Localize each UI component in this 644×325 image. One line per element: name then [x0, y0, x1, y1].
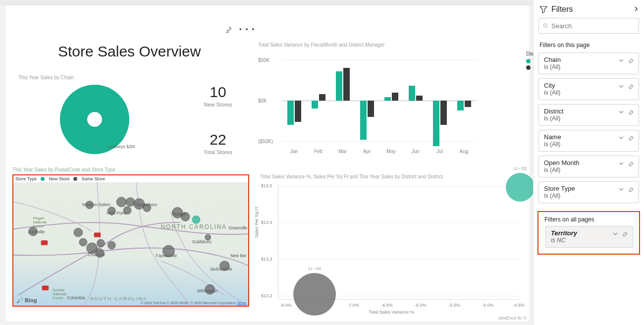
- map-svg: NORTH CAROLINA SOUTH CAROLINA PisgahNati…: [13, 182, 248, 305]
- bar[interactable]: [416, 96, 423, 101]
- map-title: This Year Sales by PostalCode and Store …: [12, 167, 115, 172]
- bar[interactable]: [384, 97, 391, 101]
- svg-rect-1: [94, 232, 101, 237]
- bar[interactable]: [312, 101, 318, 108]
- scatter-bubble-label: LI - 04: [308, 266, 321, 271]
- svg-point-24: [126, 198, 135, 207]
- svg-text:Columbia: Columbia: [67, 295, 85, 300]
- bar-x-label: Mar: [333, 149, 353, 154]
- filter-card-district[interactable]: Districtis (All): [538, 104, 639, 126]
- filter-card-name[interactable]: Nameis (All): [538, 130, 639, 152]
- bar-group[interactable]: Aug: [457, 55, 471, 145]
- bar[interactable]: [360, 101, 367, 140]
- kpi-total-stores[interactable]: 22 Total Stores: [196, 131, 240, 155]
- bar-group[interactable]: Feb: [312, 55, 325, 145]
- bar[interactable]: [287, 101, 294, 125]
- eraser-icon[interactable]: [628, 57, 635, 64]
- scatter-title: Total Sales Variance %, Sales Per Sq Ft …: [260, 174, 443, 179]
- filters-header: Filters: [534, 0, 644, 18]
- chevron-down-icon[interactable]: [618, 160, 625, 167]
- filter-card-territory[interactable]: Territory is NC: [545, 226, 633, 248]
- filter-card-city[interactable]: Cityis (All): [538, 78, 639, 100]
- filter-name: Chain: [544, 56, 618, 63]
- more-options-icon[interactable]: • • •: [239, 25, 255, 33]
- bar[interactable]: [440, 101, 447, 125]
- svg-text:New Ber: New Ber: [230, 253, 246, 258]
- svg-point-37: [192, 216, 200, 223]
- bar[interactable]: [368, 101, 374, 117]
- svg-point-32: [107, 241, 115, 249]
- filters-section-all: Filters on all pages: [544, 216, 634, 223]
- chevron-down-icon[interactable]: [618, 83, 625, 90]
- map-visual[interactable]: Store Type New Store Same Store NORTH CA…: [12, 174, 249, 307]
- scatter-bubble[interactable]: LI - 03: [506, 173, 535, 202]
- scatter-chart[interactable]: Sales Per Sq Ft Total Sales Variance % $…: [260, 182, 523, 314]
- scatter-y-axis-label: Sales Per Sq Ft: [254, 207, 259, 238]
- bar[interactable]: [433, 101, 439, 146]
- bar[interactable]: [343, 68, 350, 101]
- bar[interactable]: [409, 86, 415, 101]
- kpi-total-stores-label: Total Stores: [196, 149, 240, 155]
- chevron-down-icon[interactable]: [618, 108, 625, 115]
- filter-value: is (All): [544, 63, 618, 70]
- filter-card-store-type[interactable]: Store Typeis (All): [538, 181, 639, 203]
- bar[interactable]: [392, 93, 398, 101]
- map-terms-link[interactable]: Terms: [237, 301, 246, 305]
- filters-section-page: Filters on this page: [539, 42, 638, 49]
- svg-text:Greenville: Greenville: [228, 225, 247, 230]
- donut-title: This Year Sales by Chain: [18, 75, 74, 80]
- filter-card-chain[interactable]: Chainis (All): [538, 53, 639, 74]
- chevron-down-icon[interactable]: [618, 57, 625, 64]
- bar-x-label: Apr: [357, 149, 377, 154]
- kpi-new-stores-value: 10: [196, 84, 240, 101]
- bing-logo: 🔎 Bing: [16, 297, 37, 304]
- svg-point-27: [123, 207, 131, 215]
- svg-point-39: [219, 261, 229, 271]
- eraser-icon[interactable]: [628, 83, 635, 90]
- svg-point-33: [96, 249, 105, 258]
- filter-card-open-month[interactable]: Open Monthis (All): [538, 156, 639, 177]
- bar-group[interactable]: Jul: [433, 55, 447, 145]
- filter-name: Name: [544, 133, 618, 141]
- bar[interactable]: [319, 94, 325, 101]
- bar[interactable]: [457, 101, 464, 110]
- eraser-icon[interactable]: [628, 160, 635, 167]
- eraser-icon[interactable]: [628, 108, 635, 115]
- bar-group[interactable]: May: [384, 55, 398, 145]
- filters-pane: Filters Filters on this page Chainis (Al…: [533, 0, 644, 325]
- donut-legend-label: Lindseys $2M: [107, 144, 135, 149]
- chevron-down-icon[interactable]: [618, 134, 625, 141]
- filter-value: is (All): [544, 166, 618, 173]
- pin-icon[interactable]: [225, 26, 232, 35]
- svg-text:NORTH CAROLINA: NORTH CAROLINA: [161, 223, 227, 230]
- bar[interactable]: [336, 71, 342, 101]
- eraser-icon[interactable]: [628, 186, 635, 193]
- bar-group[interactable]: Jan: [287, 55, 301, 145]
- collapse-pane-icon[interactable]: [633, 5, 639, 13]
- bar-chart[interactable]: District Manager Brad Sutton Chris Gray …: [258, 53, 521, 157]
- scatter-bubble[interactable]: LI - 04: [293, 273, 336, 316]
- bar[interactable]: [295, 101, 301, 122]
- svg-point-25: [134, 199, 145, 210]
- bar[interactable]: [465, 101, 471, 107]
- filters-search-input[interactable]: [551, 22, 635, 30]
- kpi-new-stores[interactable]: 10 New Stores: [196, 84, 240, 108]
- filters-all-pages-highlight: Filters on all pages Territory is NC: [537, 211, 640, 255]
- scatter-x-axis-label: Total Sales Variance %: [369, 310, 414, 315]
- eraser-icon[interactable]: [628, 134, 635, 141]
- kpi-new-stores-label: New Stores: [196, 102, 240, 108]
- donut-hole: [87, 112, 102, 127]
- bar-group[interactable]: Apr: [360, 55, 374, 145]
- top-strip: [0, 0, 533, 5]
- bar-group[interactable]: Jun: [409, 55, 423, 145]
- bar-group[interactable]: Mar: [336, 55, 350, 145]
- svg-point-26: [143, 204, 151, 212]
- svg-point-36: [181, 212, 190, 221]
- chevron-down-icon[interactable]: [618, 186, 625, 193]
- page-title: Store Sales Overview: [58, 43, 201, 60]
- chevron-down-icon[interactable]: [612, 230, 619, 237]
- svg-rect-0: [41, 240, 48, 245]
- svg-point-38: [205, 234, 211, 240]
- filters-search[interactable]: [538, 18, 639, 34]
- eraser-icon[interactable]: [622, 230, 629, 237]
